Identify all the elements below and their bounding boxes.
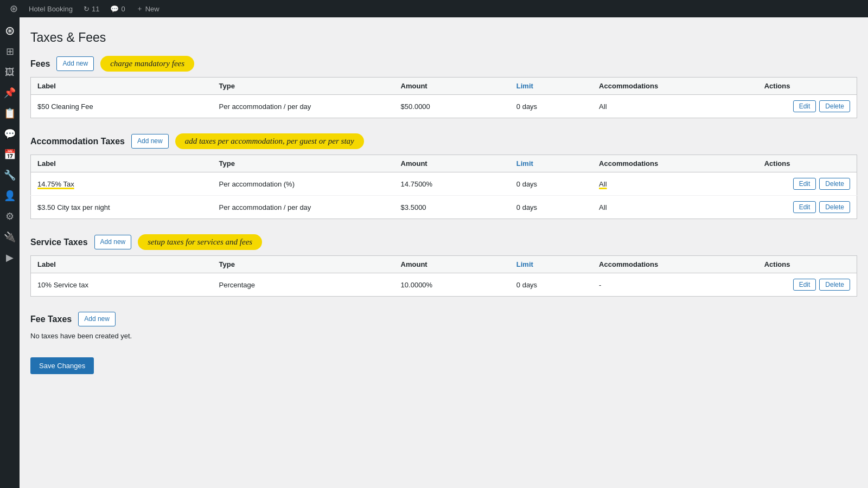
svc-row-type: Percentage — [213, 273, 394, 297]
accom-row-limit: 0 days — [510, 172, 592, 196]
fees-annotation: charge mandatory fees — [100, 56, 194, 72]
accom-col-amount: Amount — [394, 155, 510, 172]
service-taxes-table: Label Type Amount Limit Accommodations A… — [30, 255, 857, 297]
accom-row-accommodations: All — [592, 196, 758, 219]
service-taxes-section: Service Taxes Add new setup taxes for se… — [30, 234, 857, 297]
fees-section: Fees Add new charge mandatory fees Label… — [30, 56, 857, 118]
accom-delete-button[interactable]: Delete — [819, 178, 850, 190]
fee-taxes-add-new-button[interactable]: Add new — [78, 312, 116, 326]
svc-row-limit: 0 days — [510, 273, 592, 297]
fees-section-title: Fees — [30, 59, 50, 69]
accom-col-label: Label — [31, 155, 213, 172]
fees-row-actions: Edit Delete — [758, 95, 857, 118]
updates-icon: ↻ — [84, 5, 90, 13]
svc-col-limit: Limit — [510, 256, 592, 273]
accom-row-amount: 14.7500% — [394, 172, 510, 196]
accom-row-actions: Edit Delete — [758, 172, 857, 196]
svc-col-amount: Amount — [394, 256, 510, 273]
sidebar-icon-pin[interactable]: 📌 — [0, 84, 20, 102]
sidebar-icon-wp[interactable]: ⊛ — [0, 22, 20, 40]
svc-delete-button[interactable]: Delete — [819, 279, 850, 291]
svc-col-type: Type — [213, 256, 394, 273]
sidebar-icon-comments[interactable]: 💬 — [0, 125, 20, 143]
accommodation-taxes-table: Label Type Amount Limit Accommodations A… — [30, 155, 857, 219]
accom-delete-button[interactable]: Delete — [819, 201, 850, 213]
accommodation-taxes-header-row: Label Type Amount Limit Accommodations A… — [31, 155, 857, 172]
fees-row-label: $50 Cleaning Fee — [31, 95, 213, 118]
accom-row-type: Per accommodation (%) — [213, 172, 394, 196]
fees-delete-button[interactable]: Delete — [819, 100, 850, 112]
fees-table-header-row: Label Type Amount Limit Accommodations A… — [31, 78, 857, 95]
svc-col-actions: Actions — [758, 256, 857, 273]
accom-col-accommodations: Accommodations — [592, 155, 758, 172]
table-row: $3.50 City tax per night Per accommodati… — [31, 196, 857, 219]
service-taxes-header: Service Taxes Add new setup taxes for se… — [30, 234, 857, 250]
wp-logo-item[interactable]: ⊛ — [4, 0, 23, 17]
new-item[interactable]: ＋ New — [131, 0, 165, 17]
fees-col-label: Label — [31, 78, 213, 95]
svc-col-label: Label — [31, 256, 213, 273]
accommodation-taxes-annotation: add taxes per accommodation, per guest o… — [175, 133, 364, 149]
sidebar-icon-plugins[interactable]: 🔌 — [0, 228, 20, 246]
svc-row-label: 10% Service tax — [31, 273, 213, 297]
site-name-item[interactable]: Hotel Booking — [23, 0, 78, 17]
wp-icon: ⊛ — [10, 3, 18, 15]
sidebar: ⊛ ⊞ 🖼 📌 📋 💬 📅 🔧 👤 ⚙ 🔌 ▶ — [0, 17, 20, 488]
table-row: 14.75% Tax Per accommodation (%) 14.7500… — [31, 172, 857, 196]
accommodation-taxes-header: Accommodation Taxes Add new add taxes pe… — [30, 133, 857, 149]
fees-add-new-button[interactable]: Add new — [56, 56, 94, 71]
fee-taxes-section: Fee Taxes Add new No taxes have been cre… — [30, 312, 857, 340]
table-row: $50 Cleaning Fee Per accommodation / per… — [31, 95, 857, 118]
table-row: 10% Service tax Percentage 10.0000% 0 da… — [31, 273, 857, 297]
updates-item[interactable]: ↻ 11 — [78, 0, 105, 17]
svc-row-amount: 10.0000% — [394, 273, 510, 297]
service-taxes-header-row: Label Type Amount Limit Accommodations A… — [31, 256, 857, 273]
comments-item[interactable]: 💬 0 — [105, 0, 130, 17]
accom-row-actions: Edit Delete — [758, 196, 857, 219]
comments-icon: 💬 — [110, 5, 119, 13]
accom-col-limit: Limit — [510, 155, 592, 172]
svc-edit-button[interactable]: Edit — [793, 279, 816, 291]
accom-col-actions: Actions — [758, 155, 857, 172]
sidebar-icon-users[interactable]: 👤 — [0, 187, 20, 205]
comments-count: 0 — [121, 5, 125, 13]
sidebar-icon-pages[interactable]: 📋 — [0, 104, 20, 123]
accom-row-label: 14.75% Tax — [31, 172, 213, 196]
accom-row-label: $3.50 City tax per night — [31, 196, 213, 219]
accommodation-taxes-section: Accommodation Taxes Add new add taxes pe… — [30, 133, 857, 219]
accom-edit-button[interactable]: Edit — [793, 201, 816, 213]
accom-row-limit: 0 days — [510, 196, 592, 219]
service-taxes-add-new-button[interactable]: Add new — [94, 235, 132, 249]
fees-col-type: Type — [213, 78, 394, 95]
sidebar-icon-settings[interactable]: ⚙ — [0, 207, 20, 226]
accom-edit-button[interactable]: Edit — [793, 178, 816, 190]
fees-row-type: Per accommodation / per day — [213, 95, 394, 118]
updates-count: 11 — [92, 5, 99, 13]
accom-row-accommodations: All — [592, 172, 758, 196]
save-changes-button[interactable]: Save Changes — [30, 357, 94, 374]
new-icon: ＋ — [136, 4, 143, 14]
accommodation-taxes-add-new-button[interactable]: Add new — [131, 134, 169, 149]
fees-row-limit: 0 days — [510, 95, 592, 118]
fees-col-accommodations: Accommodations — [592, 78, 758, 95]
svc-col-accommodations: Accommodations — [592, 256, 758, 273]
sidebar-icon-arrow[interactable]: ▶ — [0, 248, 20, 267]
main-content: Taxes & Fees Fees Add new charge mandato… — [20, 17, 868, 488]
sidebar-icon-dashboard[interactable]: ⊞ — [0, 42, 20, 61]
site-name-label: Hotel Booking — [29, 5, 73, 13]
no-taxes-text: No taxes have been created yet. — [30, 332, 857, 340]
accom-row-amount: $3.5000 — [394, 196, 510, 219]
accom-row-type: Per accommodation / per day — [213, 196, 394, 219]
service-taxes-annotation: setup taxes for services and fees — [138, 234, 262, 250]
fees-row-amount: $50.0000 — [394, 95, 510, 118]
page-title: Taxes & Fees — [30, 30, 857, 45]
admin-bar: ⊛ Hotel Booking ↻ 11 💬 0 ＋ New — [0, 0, 868, 17]
sidebar-icon-calendar[interactable]: 📅 — [0, 145, 20, 164]
fee-taxes-header: Fee Taxes Add new — [30, 312, 857, 326]
service-taxes-title: Service Taxes — [30, 237, 88, 247]
accom-col-type: Type — [213, 155, 394, 172]
sidebar-icon-media[interactable]: 🖼 — [0, 63, 20, 81]
fees-edit-button[interactable]: Edit — [793, 100, 816, 112]
fees-col-actions: Actions — [758, 78, 857, 95]
sidebar-icon-tools[interactable]: 🔧 — [0, 166, 20, 184]
